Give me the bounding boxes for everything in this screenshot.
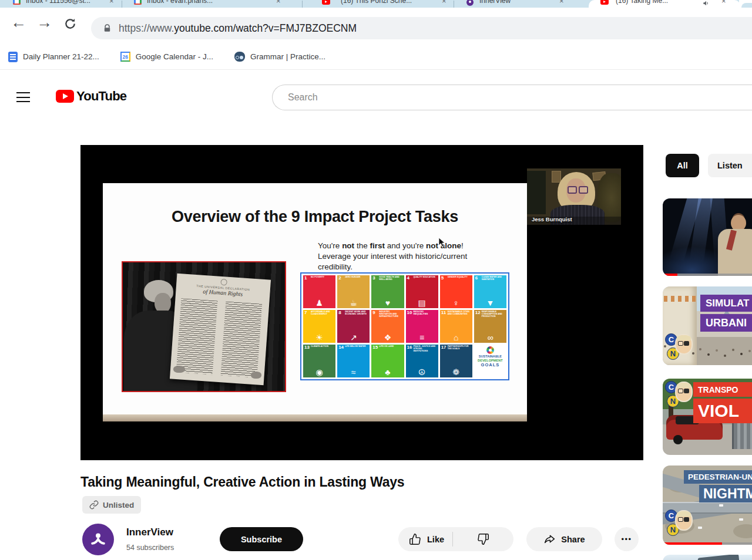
tab-label[interactable]: (16) This Ponzi Sche... [341, 0, 412, 5]
sdg-number: 3 [372, 276, 375, 281]
watch-progress-track [663, 542, 752, 545]
sdg-label: AFFORDABLE AND CLEAN ENERGY [311, 311, 334, 316]
forward-button[interactable]: → [36, 15, 52, 31]
sdg-label: DECENT WORK AND ECONOMIC GROWTH [345, 311, 368, 316]
citynerd-logo: C N [665, 333, 694, 362]
sdg-tile: 3GOOD HEALTH AND WELL-BEING♥ [371, 275, 404, 308]
reload-icon [63, 17, 77, 31]
sdg-tile: 12RESPONSIBLE CONSUMPTION AND PRODUCTION… [474, 310, 506, 343]
tab-label[interactable]: (16) Taking Me... [616, 0, 668, 5]
para-text-bold: first [370, 241, 385, 250]
sdg-number: 8 [338, 311, 341, 315]
building-awning [664, 296, 696, 302]
channel-avatar[interactable] [82, 524, 114, 555]
dislike-button[interactable] [453, 527, 513, 551]
address-bar[interactable]: https://www.youtube.com/watch?v=FMJ7BZOE… [91, 17, 752, 39]
new-tab-button[interactable] [741, 3, 752, 8]
youtube-logo[interactable]: YouTube [56, 89, 126, 104]
sdg-icon: ☕ [337, 299, 370, 308]
video-player[interactable]: Overview of the 9 Impact Project Tasks Y… [80, 145, 643, 460]
tab-separator [122, 1, 122, 8]
sdg-label: INDUSTRY, INNOVATION AND INFRASTRUCTURE [379, 311, 402, 318]
tab-label[interactable]: Inbox - 111556@st... [26, 0, 90, 5]
sdg-label: ZERO HUNGER [345, 276, 368, 279]
sdg-tile: 2ZERO HUNGER☕ [337, 275, 370, 308]
para-text: the [354, 241, 370, 250]
watch-progress-bar [663, 274, 677, 276]
sdg-label: NO POVERTY [311, 276, 334, 279]
channel-name[interactable]: InnerView [126, 527, 173, 538]
thumbnail-text-banner: URBANI [700, 314, 752, 332]
sdg-label: CLEAN WATER AND SANITATION [482, 276, 505, 281]
glasses-icon [568, 186, 588, 194]
bookmark-google-calendar[interactable]: 26 Google Calendar - J... [120, 52, 213, 62]
more-actions-button[interactable]: ••• [615, 527, 639, 551]
tab-label[interactable]: InnerView [479, 0, 511, 5]
tab-audio-icon[interactable] [703, 0, 709, 8]
citynerd-logo: C N [665, 381, 694, 409]
youtube-icon [322, 0, 330, 5]
url-scheme: https://www. [119, 22, 174, 34]
sdg-label: GENDER EQUALITY [448, 276, 471, 279]
sdg-number: 14 [338, 345, 344, 350]
sdg-label: PEACE, JUSTICE AND STRONG INSTITUTIONS [414, 346, 437, 353]
filter-chip-listen[interactable]: Listen [708, 154, 752, 177]
sdg-icon: ⌂ [440, 333, 472, 342]
photo-figure-hand [173, 366, 185, 373]
bookmark-daily-planner[interactable]: Daily Planner 21-22... [8, 52, 99, 62]
car-dot [719, 504, 723, 507]
address-url: https://www.youtube.com/watch?v=FMJ7BZOE… [119, 22, 357, 35]
sdg-label: GOOD HEALTH AND WELL-BEING [379, 276, 402, 281]
tab-label[interactable]: Inbox - evan.phans... [147, 0, 213, 5]
google-docs-icon [8, 52, 18, 62]
car-dot [739, 518, 743, 521]
reload-button[interactable] [63, 17, 77, 33]
sdg-label: RESPONSIBLE CONSUMPTION AND PRODUCTION [482, 311, 505, 318]
tab-close-icon[interactable]: × [442, 0, 446, 5]
browser-tab-strip: Inbox - 111556@st... × Inbox - evan.phan… [0, 0, 752, 8]
badge-label: Unlisted [103, 501, 134, 510]
logo-face-icon [675, 334, 693, 355]
sdg-number: 1 [304, 276, 307, 281]
back-button[interactable]: ← [11, 15, 26, 31]
suggested-video-thumbnail[interactable] [663, 555, 752, 560]
subscribe-button[interactable]: Subscribe [220, 527, 303, 551]
share-arrow-icon [543, 533, 556, 545]
link-icon [89, 500, 99, 510]
browser-toolbar: ← → https://www.youtube.com/watch?v=FMJ7… [0, 8, 752, 44]
car-wheel [673, 435, 683, 444]
tab-close-icon[interactable]: × [109, 0, 114, 5]
menu-button[interactable] [16, 92, 30, 102]
car-dot [698, 527, 702, 529]
padlock-icon [103, 23, 112, 33]
sdg-label: CLIMATE ACTION [311, 346, 334, 348]
unlisted-badge: Unlisted [82, 496, 141, 514]
webcam-background-doorway [527, 171, 546, 214]
thumbs-up-icon [409, 533, 421, 545]
like-button[interactable]: Like [398, 527, 452, 551]
ground-patch [733, 524, 752, 538]
bookmark-grammar[interactable]: Grammar | Practice... [234, 52, 325, 62]
poster-text-column [221, 302, 263, 378]
suggested-video-thumbnail[interactable] [663, 198, 752, 276]
tab-close-icon[interactable]: × [276, 0, 281, 5]
tab-close-icon[interactable]: × [721, 0, 726, 5]
youtube-wordmark: YouTube [76, 89, 126, 104]
sdg-label: QUALITY EDUCATION [414, 276, 437, 279]
search-input[interactable] [287, 92, 700, 103]
sdg-label: PARTNERSHIPS FOR THE GOALS [448, 346, 471, 350]
sdg-icon: ♣ [371, 368, 404, 377]
suggested-video-thumbnail[interactable]: TRANSPO VIOL C N [663, 379, 752, 455]
filter-chip-all[interactable]: All [666, 154, 699, 177]
youtube-icon [600, 0, 609, 5]
suggested-video-thumbnail[interactable]: PEDESTRIAN-UN NIGHTMA C N [663, 465, 752, 545]
sdg-number: 10 [407, 311, 412, 315]
tab-close-icon[interactable]: × [559, 0, 564, 5]
sdg-tile: 14LIFE BELOW WATER≈ [337, 345, 370, 377]
para-text-bold: not [342, 241, 354, 250]
innerview-icon [466, 0, 474, 6]
share-label: Share [561, 535, 585, 544]
share-button[interactable]: Share [526, 527, 602, 551]
suggested-video-thumbnail[interactable]: SIMULAT URBANI C N [663, 286, 752, 365]
youtube-play-icon [56, 90, 74, 103]
